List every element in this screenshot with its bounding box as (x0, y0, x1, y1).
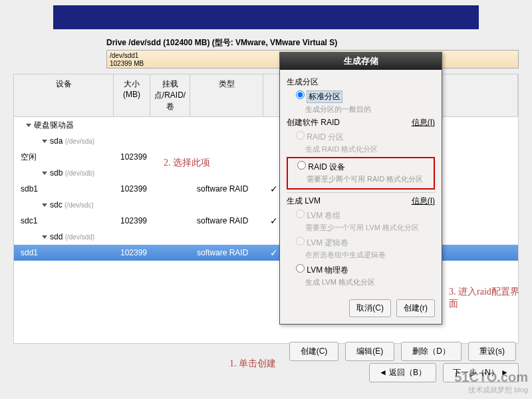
back-button[interactable]: ◄ 返回（B） (369, 363, 436, 382)
edit-button[interactable]: 编辑(E) (345, 342, 394, 361)
table-header: 设备 大小(MB) 挂载点/RAID/卷 类型 格式 (14, 74, 518, 117)
col-size[interactable]: 大小(MB) (114, 74, 150, 116)
table-row[interactable]: sdc1102399software RAID✓ (14, 213, 518, 229)
section-software-raid: 创建软件 RAID信息(I) (287, 117, 435, 128)
disk-sdd[interactable]: sdd (/dev/sdd) (14, 229, 518, 245)
table-body: 硬盘驱动器 sda (/dev/sda) 空闲102399 sdb (/dev/… (14, 117, 518, 343)
section-lvm: 生成 LVM信息(I) (287, 196, 435, 207)
tree-root[interactable]: 硬盘驱动器 (14, 117, 518, 133)
expand-icon[interactable] (42, 235, 47, 239)
section-create-partition: 生成分区 (287, 76, 435, 88)
option-lvm-vg: LVM 卷组 (287, 208, 435, 223)
delete-button[interactable]: 删除（D） (401, 342, 462, 361)
radio-raid-part (296, 131, 305, 140)
expand-icon[interactable] (42, 172, 47, 175)
partition-table: 设备 大小(MB) 挂载点/RAID/卷 类型 格式 硬盘驱动器 sda (/d… (13, 74, 519, 344)
col-type[interactable]: 类型 (190, 74, 263, 116)
highlight-raid-device: RAID 设备 需要至少两个可用 RAID 格式化分区 (287, 157, 435, 190)
info-link-raid[interactable]: 信息(I) (412, 117, 435, 128)
annotation-step3: 3. 进入raid配置界面 (449, 286, 522, 310)
col-mount[interactable]: 挂载点/RAID/卷 (150, 74, 190, 116)
dialog-create-button[interactable]: 创建(r) (396, 299, 435, 317)
dialog-title: 生成存储 (280, 53, 442, 70)
option-raid-device[interactable]: RAID 设备 (288, 160, 434, 174)
annotation-step1: 1. 单击创建 (229, 358, 276, 370)
reset-button[interactable]: 重设(s) (468, 342, 516, 361)
disk-sdc[interactable]: sdc (/dev/sdc) (14, 197, 518, 213)
expand-icon[interactable] (42, 203, 47, 207)
option-lvm-lv: LVM 逻辑卷 (287, 235, 435, 250)
annotation-step2: 2. 选择此项 (164, 157, 210, 169)
radio-raid-device[interactable] (297, 161, 306, 170)
create-storage-dialog: 生成存储 生成分区 标准分区 生成分区的一般目的 创建软件 RAID信息(I) … (279, 52, 442, 325)
info-link-lvm[interactable]: 信息(I) (412, 196, 435, 207)
option-standard-partition[interactable]: 标准分区 (287, 89, 435, 104)
expand-icon[interactable] (42, 140, 47, 143)
header-banner (53, 5, 479, 29)
dialog-cancel-button[interactable]: 取消(C) (349, 299, 391, 317)
disk-sdb[interactable]: sdb (/dev/sdb) (14, 165, 518, 181)
watermark: 51CTO.com 技术成就梦想 blog (454, 370, 528, 395)
table-row[interactable]: 空闲102399 (14, 149, 518, 165)
drive-header: Drive /dev/sdd (102400 MB) (型号: VMware, … (106, 37, 519, 49)
option-lvm-pv[interactable]: LVM 物理卷 (287, 263, 435, 277)
disk-sda[interactable]: sda (/dev/sda) (14, 133, 518, 149)
create-button[interactable]: 创建(C) (289, 342, 339, 361)
label-standard: 标准分区 (307, 90, 342, 103)
option-raid-partition: RAID 分区 (287, 130, 435, 144)
expand-icon[interactable] (26, 124, 31, 127)
col-device[interactable]: 设备 (14, 74, 114, 116)
table-row-selected[interactable]: sdd1102399software RAID✓ (14, 245, 518, 261)
table-row[interactable]: sdb1102399software RAID✓ (14, 181, 518, 197)
radio-standard[interactable] (296, 90, 305, 99)
